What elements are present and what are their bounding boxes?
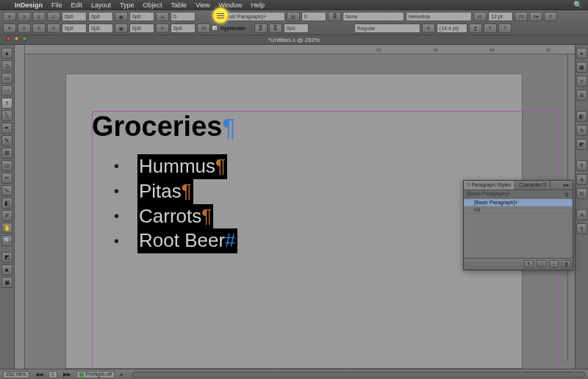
align-left-button[interactable]: ≡ xyxy=(18,12,31,21)
page-nav-prev-icon[interactable]: ◀◀ xyxy=(35,372,43,378)
justify-right-button[interactable]: ≡ xyxy=(47,24,60,33)
spotlight-search-icon[interactable]: 🔍 xyxy=(573,1,582,9)
vertical-ruler[interactable] xyxy=(15,45,25,369)
rectangle-tool-icon[interactable]: ▭ xyxy=(1,160,12,171)
panel-button-icon[interactable]: ◧ xyxy=(576,111,587,122)
delete-style-button[interactable]: 🗑 xyxy=(562,260,571,268)
list-item-text[interactable]: Hummus xyxy=(139,155,215,177)
bulleted-list[interactable]: • Hummus¶ • Pitas¶ • Carrots¶ • Root Bee… xyxy=(92,154,522,253)
menu-edit[interactable]: Edit xyxy=(71,1,83,9)
underline-button[interactable]: T̲ xyxy=(469,24,482,33)
style-item-h1[interactable]: H1 xyxy=(464,206,573,214)
no-baseline-grid-button[interactable]: ≣ xyxy=(269,24,282,33)
dropcap-lines-field[interactable]: 0 xyxy=(171,12,196,21)
text-frame[interactable]: Groceries¶ • Hummus¶ • Pitas¶ • Carrots¶ xyxy=(92,111,522,253)
space-before-field[interactable]: 0p0 xyxy=(129,12,154,21)
heading-text[interactable]: Groceries xyxy=(92,111,222,142)
left-indent-field[interactable]: 0p0 xyxy=(62,12,87,21)
horizontal-scrollbar[interactable] xyxy=(132,372,585,378)
page-tool-icon[interactable]: ▭ xyxy=(1,73,12,84)
new-style-button[interactable]: ▫ xyxy=(549,260,559,268)
panel-button-icon[interactable]: ¶ xyxy=(576,223,587,234)
panel-button-icon[interactable]: ⧉ xyxy=(576,90,587,101)
font-family-dropdown[interactable]: Helvetica xyxy=(406,12,472,21)
fill-stroke-icon[interactable]: ◩ xyxy=(1,252,12,263)
first-indent-field[interactable]: 0p0 xyxy=(88,12,113,21)
menu-type[interactable]: Type xyxy=(120,1,135,9)
styles-list[interactable]: [Basic Paragraph]+ H1 xyxy=(464,199,573,214)
type-size-field[interactable]: 12 pt xyxy=(488,12,513,21)
page-number-field[interactable]: 1 xyxy=(49,371,57,378)
free-transform-tool-icon[interactable]: ⤡ xyxy=(1,185,12,196)
dropcap-button[interactable]: A xyxy=(156,12,169,21)
clear-overrides-button[interactable]: ¶ xyxy=(524,260,534,268)
zoom-window-icon[interactable] xyxy=(22,36,27,41)
hand-tool-icon[interactable]: ✋ xyxy=(1,223,12,234)
leading-field[interactable]: (14.4 pt) xyxy=(437,24,467,33)
zoom-tool-icon[interactable]: 🔍 xyxy=(1,235,12,246)
hyphenate-checkbox[interactable]: ✓ xyxy=(212,25,218,31)
screen-mode-icon[interactable]: ▣ xyxy=(1,277,12,288)
list-item[interactable]: • Carrots¶ xyxy=(114,204,522,229)
panel-button-icon[interactable]: A xyxy=(576,174,587,185)
apply-color-icon[interactable]: ■ xyxy=(1,264,12,275)
pen-tool-icon[interactable]: ✒ xyxy=(1,123,12,134)
list-item[interactable]: • Hummus¶ xyxy=(114,154,522,179)
eyedropper-tool-icon[interactable]: ✐ xyxy=(1,210,12,221)
panel-collapse-icon[interactable]: ▸▸ xyxy=(561,181,573,190)
type-tool-icon[interactable]: T xyxy=(1,98,12,109)
zoom-level-field[interactable]: 282.98% xyxy=(3,371,29,378)
list-item-text[interactable]: Carrots xyxy=(139,205,201,227)
menu-table[interactable]: Table xyxy=(171,1,187,9)
strike-button[interactable]: Ŧ xyxy=(484,24,497,33)
paragraph-styles-panel[interactable]: ◊ Paragraph Styles Character S ▸▸ [Basic… xyxy=(463,180,573,270)
align-center-button[interactable]: ≡ xyxy=(32,12,46,21)
justify-all-button[interactable]: ▦ xyxy=(115,24,128,33)
horizontal-ruler[interactable]: 12 15 18 21 xyxy=(25,45,588,54)
menu-help[interactable]: Help xyxy=(251,1,265,9)
app-name[interactable]: InDesign xyxy=(15,1,43,9)
preflight-status[interactable]: Preflight off xyxy=(76,371,115,378)
numbered-list-button[interactable]: 1≡ xyxy=(197,24,210,33)
close-window-icon[interactable] xyxy=(6,36,11,41)
panel-button-icon[interactable]: ▸ xyxy=(576,48,587,59)
panel-button-icon[interactable]: A xyxy=(576,209,587,220)
panel-button-icon[interactable]: ▦ xyxy=(576,62,587,73)
panel-button-icon[interactable]: ◩ xyxy=(576,139,587,150)
menu-file[interactable]: File xyxy=(51,1,62,9)
list-item[interactable]: • Pitas¶ xyxy=(114,179,522,204)
rectangle-frame-tool-icon[interactable]: ⊠ xyxy=(1,148,12,159)
panel-button-icon[interactable]: ¶ xyxy=(576,160,587,171)
minimize-window-icon[interactable] xyxy=(14,36,19,41)
page[interactable]: Groceries¶ • Hummus¶ • Pitas¶ • Carrots¶ xyxy=(66,74,522,368)
line-tool-icon[interactable]: ╲ xyxy=(1,110,12,121)
selection-tool-icon[interactable]: ▲ xyxy=(1,48,12,59)
subscript-button[interactable]: T xyxy=(498,24,512,33)
style-item-basic-paragraph[interactable]: [Basic Paragraph]+ xyxy=(464,199,573,206)
columns-field[interactable]: 0 xyxy=(301,12,326,21)
para-style-dropdown[interactable]: [Basic Paragraph]+ xyxy=(219,12,285,21)
list-item-text[interactable]: Root Beer xyxy=(139,229,225,251)
page-nav-next-icon[interactable]: ▶▶ xyxy=(63,372,71,378)
justify-center-button[interactable]: ≡ xyxy=(32,24,46,33)
panel-button-icon[interactable]: ✎ xyxy=(576,125,587,136)
status-menu-icon[interactable]: ▸ xyxy=(121,372,123,378)
para-mode-button[interactable]: ¶ xyxy=(3,12,16,21)
smallcaps-button[interactable]: Tᴛ xyxy=(529,12,542,21)
panel-button-icon[interactable]: fx xyxy=(576,188,587,199)
gradient-tool-icon[interactable]: ◧ xyxy=(1,198,12,209)
allcaps-button[interactable]: TT xyxy=(514,12,528,21)
font-style-dropdown[interactable]: Regular xyxy=(354,24,420,33)
list-item[interactable]: • Root Beer# xyxy=(114,228,522,253)
align-right-button[interactable]: ≡ xyxy=(47,12,60,21)
direct-selection-tool-icon[interactable]: △ xyxy=(1,60,12,71)
right-indent-field[interactable]: 0p0 xyxy=(62,24,87,33)
panel-flyout-icon[interactable]: ↯ xyxy=(564,191,570,198)
dropcap-chars-button[interactable]: A xyxy=(156,24,169,33)
fill-swatch-dropdown[interactable]: None xyxy=(343,12,404,21)
char-mode-button[interactable]: A xyxy=(3,24,16,33)
gap-tool-icon[interactable]: ↔ xyxy=(1,85,12,96)
baseline-grid-button[interactable]: ≣ xyxy=(254,24,268,33)
panel-button-icon[interactable]: ≡ xyxy=(576,76,587,87)
list-item-text[interactable]: Pitas xyxy=(139,180,182,202)
